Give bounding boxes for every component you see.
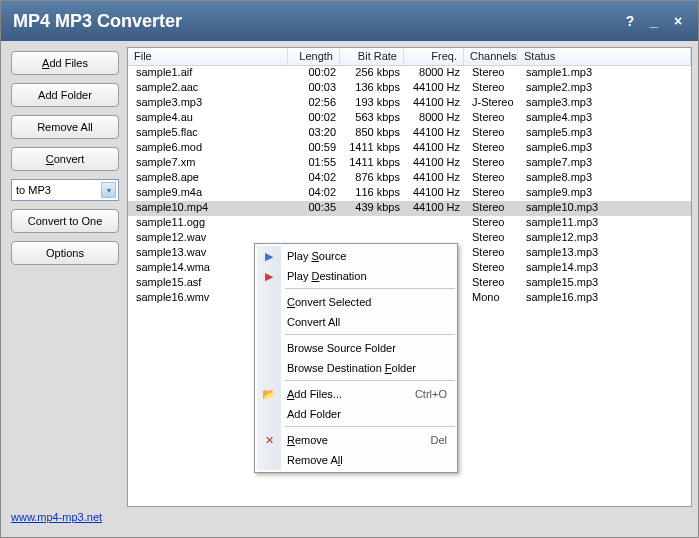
cell-st: sample16.mp3 (520, 291, 691, 306)
cell-ch: J-Stereo (466, 96, 520, 111)
cell-ch: Stereo (466, 156, 520, 171)
cell-ch: Stereo (466, 171, 520, 186)
col-freq[interactable]: Freq. (404, 48, 464, 65)
cell-ch: Stereo (466, 261, 520, 276)
cell-st: sample3.mp3 (520, 96, 691, 111)
table-row[interactable]: sample6.mod00:591411 kbps44100 HzStereos… (128, 141, 691, 156)
menu-convert-all[interactable]: Convert All (257, 312, 455, 332)
table-row[interactable]: sample10.mp400:35439 kbps44100 HzStereos… (128, 201, 691, 216)
cell-br: 439 kbps (342, 201, 406, 216)
cell-len: 00:59 (290, 141, 342, 156)
cell-len: 00:02 (290, 111, 342, 126)
cell-st: sample9.mp3 (520, 186, 691, 201)
cell-ch: Stereo (466, 231, 520, 246)
menu-add-folder[interactable]: Add Folder (257, 404, 455, 424)
cell-file: sample3.mp3 (130, 96, 290, 111)
cell-file: sample8.ape (130, 171, 290, 186)
cell-br: 116 kbps (342, 186, 406, 201)
format-value: to MP3 (16, 184, 101, 196)
table-row[interactable]: sample2.aac00:03136 kbps44100 HzStereosa… (128, 81, 691, 96)
options-button[interactable]: Options (11, 241, 119, 265)
website-link[interactable]: www.mp4-mp3.net (11, 511, 102, 523)
cell-file: sample6.mod (130, 141, 290, 156)
cell-br: 256 kbps (342, 66, 406, 81)
cell-fr: 44100 Hz (406, 201, 466, 216)
menu-add-files[interactable]: 📂Add Files...Ctrl+O (257, 384, 455, 404)
cell-fr: 44100 Hz (406, 126, 466, 141)
table-row[interactable]: sample3.mp302:56193 kbps44100 HzJ-Stereo… (128, 96, 691, 111)
col-channels[interactable]: Channels (464, 48, 518, 65)
cell-len: 02:56 (290, 96, 342, 111)
close-button[interactable]: × (670, 13, 686, 29)
cell-ch: Stereo (466, 201, 520, 216)
col-bitrate[interactable]: Bit Rate (340, 48, 404, 65)
cell-len: 03:20 (290, 126, 342, 141)
cell-file: sample11.ogg (130, 216, 290, 231)
cell-ch: Stereo (466, 246, 520, 261)
cell-len (290, 216, 342, 231)
cell-file: sample4.au (130, 111, 290, 126)
sidebar: Add Files Add Folder Remove All Convert … (7, 47, 127, 507)
convert-to-one-button[interactable]: Convert to One (11, 209, 119, 233)
footer: www.mp4-mp3.net (1, 507, 698, 533)
table-row[interactable]: sample4.au00:02563 kbps8000 HzStereosamp… (128, 111, 691, 126)
cell-st: sample15.mp3 (520, 276, 691, 291)
cell-st: sample14.mp3 (520, 261, 691, 276)
cell-st: sample6.mp3 (520, 141, 691, 156)
menu-browse-source[interactable]: Browse Source Folder (257, 338, 455, 358)
file-list: File Length Bit Rate Freq. Channels Stat… (127, 47, 692, 507)
cell-fr: 44100 Hz (406, 156, 466, 171)
col-status[interactable]: Status (518, 48, 691, 65)
col-file[interactable]: File (128, 48, 288, 65)
table-row[interactable]: sample5.flac03:20850 kbps44100 HzStereos… (128, 126, 691, 141)
cell-ch: Stereo (466, 111, 520, 126)
cell-br: 136 kbps (342, 81, 406, 96)
cell-fr: 44100 Hz (406, 186, 466, 201)
cell-fr: 44100 Hz (406, 96, 466, 111)
menu-play-source[interactable]: ▶Play Source (257, 246, 455, 266)
titlebar: MP4 MP3 Converter ? _ × (1, 1, 698, 41)
cell-fr: 44100 Hz (406, 171, 466, 186)
cell-file: sample9.m4a (130, 186, 290, 201)
cell-br: 850 kbps (342, 126, 406, 141)
menu-remove-all[interactable]: Remove All (257, 450, 455, 470)
table-row[interactable]: sample7.xm01:551411 kbps44100 HzStereosa… (128, 156, 691, 171)
cell-br: 1411 kbps (342, 156, 406, 171)
cell-file: sample10.mp4 (130, 201, 290, 216)
cell-ch: Stereo (466, 66, 520, 81)
table-row[interactable]: sample9.m4a04:02116 kbps44100 HzStereosa… (128, 186, 691, 201)
cell-br: 876 kbps (342, 171, 406, 186)
remove-all-button[interactable]: Remove All (11, 115, 119, 139)
cell-st: sample12.mp3 (520, 231, 691, 246)
table-row[interactable]: sample8.ape04:02876 kbps44100 HzStereosa… (128, 171, 691, 186)
cell-file: sample2.aac (130, 81, 290, 96)
add-folder-button[interactable]: Add Folder (11, 83, 119, 107)
minimize-button[interactable]: _ (646, 13, 662, 29)
menu-browse-destination[interactable]: Browse Destination Folder (257, 358, 455, 378)
cell-len: 04:02 (290, 186, 342, 201)
cell-ch: Stereo (466, 81, 520, 96)
cell-file: sample5.flac (130, 126, 290, 141)
cell-len: 04:02 (290, 171, 342, 186)
cell-st: sample13.mp3 (520, 246, 691, 261)
menu-remove[interactable]: ✕RemoveDel (257, 430, 455, 450)
cell-st: sample10.mp3 (520, 201, 691, 216)
help-button[interactable]: ? (622, 13, 638, 29)
cell-len: 00:35 (290, 201, 342, 216)
menu-play-destination[interactable]: ▶Play Destination (257, 266, 455, 286)
menu-convert-selected[interactable]: Convert Selected (257, 292, 455, 312)
table-row[interactable]: sample11.oggStereosample11.mp3 (128, 216, 691, 231)
convert-button[interactable]: Convert (11, 147, 119, 171)
cell-len: 01:55 (290, 156, 342, 171)
cell-ch: Stereo (466, 216, 520, 231)
add-files-button[interactable]: Add Files (11, 51, 119, 75)
format-select[interactable]: to MP3 ▾ (11, 179, 119, 201)
cell-br: 563 kbps (342, 111, 406, 126)
table-header: File Length Bit Rate Freq. Channels Stat… (128, 48, 691, 66)
col-length[interactable]: Length (288, 48, 340, 65)
cell-st: sample1.mp3 (520, 66, 691, 81)
folder-open-icon: 📂 (261, 388, 277, 401)
cell-br (342, 216, 406, 231)
app-title: MP4 MP3 Converter (13, 11, 614, 32)
table-row[interactable]: sample1.aif00:02256 kbps8000 HzStereosam… (128, 66, 691, 81)
